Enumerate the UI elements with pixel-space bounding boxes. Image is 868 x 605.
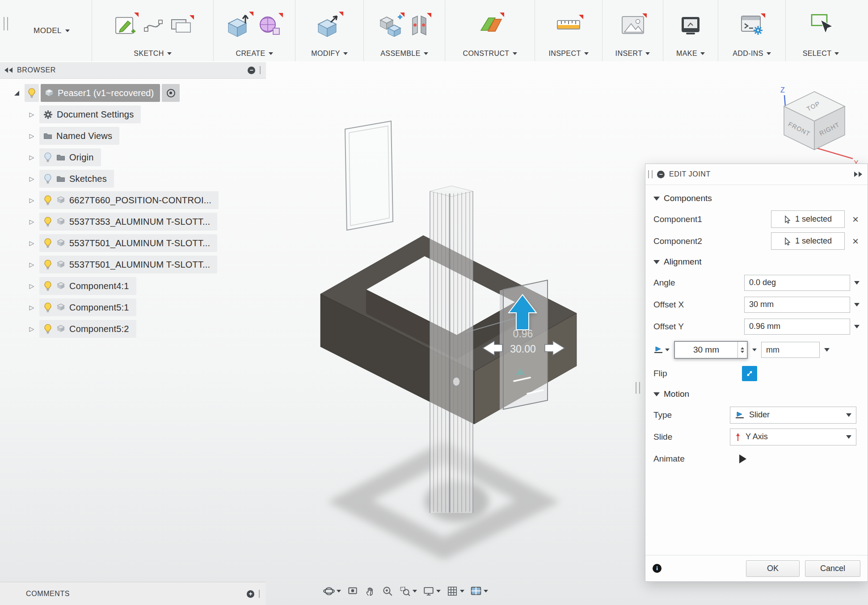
add-comment-icon[interactable]: +: [247, 590, 254, 598]
create-form-icon[interactable]: [257, 13, 282, 37]
browser-row-named-views[interactable]: ▷ Named Views: [0, 125, 266, 147]
browser-row-sketches[interactable]: ▷ Sketches: [0, 168, 266, 189]
offset-x-input[interactable]: 30 mm: [744, 297, 850, 313]
offset-x-dropdown-icon[interactable]: [854, 303, 860, 307]
joint-icon[interactable]: [408, 13, 430, 37]
workspace-menu[interactable]: MODEL: [12, 0, 92, 61]
expand-node-icon[interactable]: ▷: [28, 154, 36, 161]
comments-bar[interactable]: COMMENTS +: [0, 582, 266, 605]
info-icon[interactable]: i: [653, 564, 662, 573]
zoom-window-tool[interactable]: [399, 585, 417, 597]
grid-settings[interactable]: [447, 585, 464, 597]
dialog-minimize-icon[interactable]: −: [657, 171, 665, 178]
select-icon[interactable]: [808, 12, 834, 38]
rectangle-icon[interactable]: [169, 15, 193, 35]
offset-z-edit-input[interactable]: 30 mm: [674, 341, 748, 359]
dialog-title-bar[interactable]: − EDIT JOINT: [645, 164, 868, 185]
chevron-down-icon[interactable]: [413, 590, 417, 592]
spline-icon[interactable]: [142, 15, 164, 35]
browser-row-component[interactable]: ▷ Component5:1: [0, 297, 266, 318]
slide-axis-select[interactable]: Y Axis: [730, 429, 856, 445]
panel-grip-icon[interactable]: [260, 66, 261, 74]
visibility-bulb-icon[interactable]: [43, 281, 52, 291]
assemble-menu[interactable]: ASSEMBLE: [380, 50, 428, 58]
insert-menu[interactable]: INSERT: [615, 50, 650, 58]
motion-type-select[interactable]: Slider: [730, 407, 856, 424]
flip-button[interactable]: [742, 366, 757, 381]
expand-node-icon[interactable]: ▷: [28, 325, 36, 332]
motion-section-header[interactable]: Motion: [653, 384, 860, 404]
zoom-tool[interactable]: [382, 585, 393, 597]
activate-component-radio[interactable]: [162, 84, 180, 102]
visibility-bulb-off-icon[interactable]: [43, 152, 52, 162]
panel-grip-icon[interactable]: [259, 590, 261, 598]
browser-row-part[interactable]: ▷ 6627T660_POSITION-CONTROI...: [0, 189, 266, 211]
collapse-browser-icon[interactable]: [4, 67, 13, 73]
expand-node-icon[interactable]: ▷: [28, 261, 36, 268]
expand-node-icon[interactable]: ▷: [28, 239, 36, 247]
chevron-down-icon[interactable]: [665, 349, 670, 351]
display-settings[interactable]: [423, 585, 441, 597]
visibility-bulb-icon[interactable]: [43, 302, 52, 312]
offset-z-input[interactable]: mm: [761, 342, 820, 358]
chevron-down-icon[interactable]: [484, 590, 488, 592]
offset-y-dropdown-icon[interactable]: [854, 325, 860, 328]
offset-z-dropdown-icon[interactable]: [824, 348, 830, 352]
create-sketch-icon[interactable]: [113, 13, 138, 38]
visibility-bulb-off-icon[interactable]: [43, 174, 52, 184]
pan-tool[interactable]: [364, 585, 376, 597]
browser-row-component[interactable]: ▷ Component4:1: [0, 275, 266, 297]
visibility-bulb-icon[interactable]: [43, 260, 52, 269]
viewports-tool[interactable]: [470, 585, 488, 597]
visibility-bulb-icon[interactable]: [43, 195, 52, 205]
viewcube[interactable]: Z X TOP FRONT RIGHT: [770, 82, 864, 171]
browser-row-document-settings[interactable]: ▷ Document Settings: [0, 104, 266, 125]
components-section-header[interactable]: Components: [653, 189, 860, 208]
look-at-tool[interactable]: [347, 585, 358, 597]
modify-menu[interactable]: MODIFY: [311, 50, 348, 58]
visibility-bulb-icon[interactable]: [25, 84, 39, 102]
offset-y-input[interactable]: 0.96 mm: [744, 319, 850, 335]
clear-selection-icon[interactable]: ×: [851, 214, 860, 225]
insert-image-icon[interactable]: [620, 13, 646, 37]
make-icon[interactable]: [679, 13, 702, 37]
chevron-down-icon[interactable]: [436, 590, 441, 592]
measure-icon[interactable]: [555, 15, 582, 35]
joint-type-mini[interactable]: [653, 345, 670, 354]
sketch-menu[interactable]: SKETCH: [134, 50, 171, 58]
browser-row-part[interactable]: ▷ 5537T501_ALUMINUM T-SLOTT...: [0, 232, 266, 254]
expand-node-icon[interactable]: ▷: [28, 282, 36, 290]
chevron-down-icon[interactable]: [460, 590, 464, 592]
expand-node-icon[interactable]: ▷: [28, 218, 36, 225]
toolbar-drag-handle[interactable]: [0, 0, 12, 61]
ok-button[interactable]: OK: [746, 560, 800, 577]
dialog-grip-icon[interactable]: [648, 170, 653, 178]
press-pull-icon[interactable]: [316, 12, 342, 38]
construct-menu[interactable]: CONSTRUCT: [463, 50, 517, 58]
construction-plane-icon[interactable]: [476, 13, 503, 38]
browser-row-part[interactable]: ▷ 5537T353_ALUMINUM T-SLOTT...: [0, 211, 266, 232]
new-component-icon[interactable]: [379, 13, 404, 38]
expand-node-icon[interactable]: ▷: [28, 175, 36, 182]
expand-node-icon[interactable]: ▷: [28, 111, 36, 118]
animate-play-button[interactable]: [739, 454, 746, 463]
addins-menu[interactable]: ADD-INS: [733, 50, 771, 58]
visibility-bulb-icon[interactable]: [43, 324, 52, 334]
orbit-tool[interactable]: [323, 585, 341, 597]
spinner-handle-icon[interactable]: [737, 342, 747, 358]
select-menu[interactable]: SELECT: [803, 50, 839, 58]
collapse-node-icon[interactable]: [14, 91, 19, 96]
root-component-item[interactable]: Peaser1 (v1~recovered): [41, 84, 160, 102]
component1-selection-button[interactable]: 1 selected: [771, 210, 845, 228]
tslot-column[interactable]: [430, 186, 473, 513]
expand-node-icon[interactable]: ▷: [28, 132, 36, 139]
glass-panel-top[interactable]: [345, 121, 393, 230]
cancel-button[interactable]: Cancel: [805, 560, 860, 577]
expand-node-icon[interactable]: ▷: [28, 304, 36, 311]
offset-z-edit-value[interactable]: 30 mm: [675, 342, 737, 358]
dock-panel-icon[interactable]: [854, 172, 862, 177]
clear-selection-icon[interactable]: ×: [851, 236, 860, 247]
expand-node-icon[interactable]: ▷: [28, 197, 36, 204]
visibility-bulb-icon[interactable]: [43, 238, 52, 248]
angle-dropdown-icon[interactable]: [854, 281, 860, 285]
